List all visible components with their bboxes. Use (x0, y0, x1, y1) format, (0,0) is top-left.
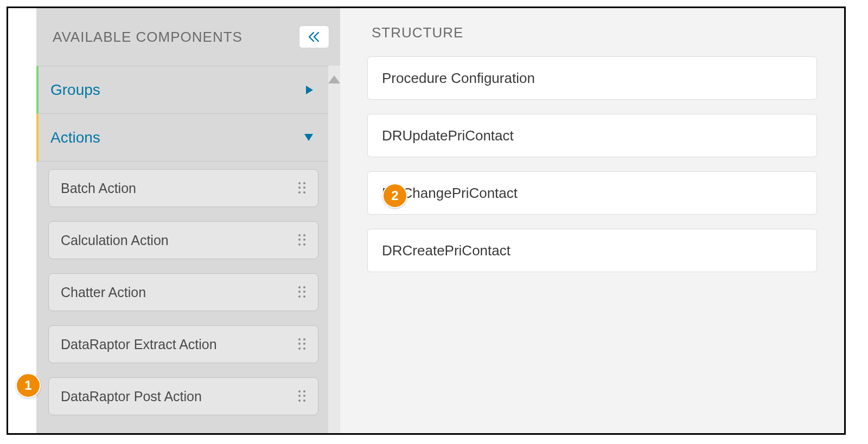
component-dataraptor-post-action[interactable]: DataRaptor Post Action (48, 377, 318, 415)
component-label: Calculation Action (61, 233, 169, 248)
component-label: DataRaptor Post Action (61, 389, 202, 404)
structure-item-drupdatepricontact[interactable]: DRUpdatePriContact (367, 114, 817, 157)
drag-handle-icon[interactable] (298, 182, 306, 194)
chevron-double-left-icon (308, 32, 320, 42)
structure-item-procedure-configuration[interactable]: Procedure Configuration (367, 56, 817, 100)
drag-handle-icon[interactable] (298, 286, 306, 298)
section-label-actions: Actions (50, 129, 100, 146)
collapse-sidebar-button[interactable] (299, 25, 329, 48)
structure-item-label: DRUpdatePriContact (382, 127, 514, 144)
sidebar-scroll-area: Groups Actions Batch Action Calculation … (36, 66, 340, 433)
section-header-actions[interactable]: Actions (36, 114, 328, 162)
scrollbar-up-arrow[interactable] (328, 75, 340, 83)
structure-item-label: DRCreatePriContact (382, 242, 510, 259)
sidebar-title: AVAILABLE COMPONENTS (53, 29, 242, 46)
sidebar-header: AVAILABLE COMPONENTS (36, 8, 340, 66)
component-batch-action[interactable]: Batch Action (48, 169, 318, 207)
structure-item-drcreatepricontact[interactable]: DRCreatePriContact (367, 229, 817, 272)
structure-title: STRUCTURE (367, 24, 817, 41)
section-header-groups[interactable]: Groups (36, 66, 328, 114)
chevron-right-icon (306, 86, 313, 94)
drag-handle-icon[interactable] (298, 390, 306, 402)
component-label: Batch Action (61, 181, 136, 196)
section-label-groups: Groups (50, 81, 100, 99)
structure-items: Procedure Configuration DRUpdatePriConta… (367, 56, 817, 272)
drag-handle-icon[interactable] (298, 338, 306, 350)
sidebar-content: Groups Actions Batch Action Calculation … (36, 66, 328, 433)
drag-handle-icon[interactable] (298, 234, 306, 246)
available-components-panel: AVAILABLE COMPONENTS Groups Actions (36, 8, 340, 433)
left-gutter (8, 8, 36, 433)
chevron-down-icon (304, 134, 313, 141)
app-frame: AVAILABLE COMPONENTS Groups Actions (7, 7, 846, 435)
structure-item-drchangepricontact[interactable]: DRChangePriContact (367, 171, 817, 215)
component-label: DataRaptor Extract Action (61, 337, 217, 352)
callout-badge-1: 1 (16, 373, 41, 398)
structure-panel: STRUCTURE Procedure Configuration DRUpda… (340, 8, 844, 433)
callout-badge-2: 2 (382, 183, 407, 208)
structure-item-label: Procedure Configuration (382, 70, 535, 87)
component-chatter-action[interactable]: Chatter Action (48, 273, 318, 311)
component-calculation-action[interactable]: Calculation Action (48, 221, 318, 259)
scrollbar-track[interactable] (328, 66, 340, 433)
component-label: Chatter Action (61, 285, 146, 300)
component-list-actions: Batch Action Calculation Action Chatter … (36, 162, 328, 433)
component-dataraptor-extract-action[interactable]: DataRaptor Extract Action (48, 325, 318, 363)
